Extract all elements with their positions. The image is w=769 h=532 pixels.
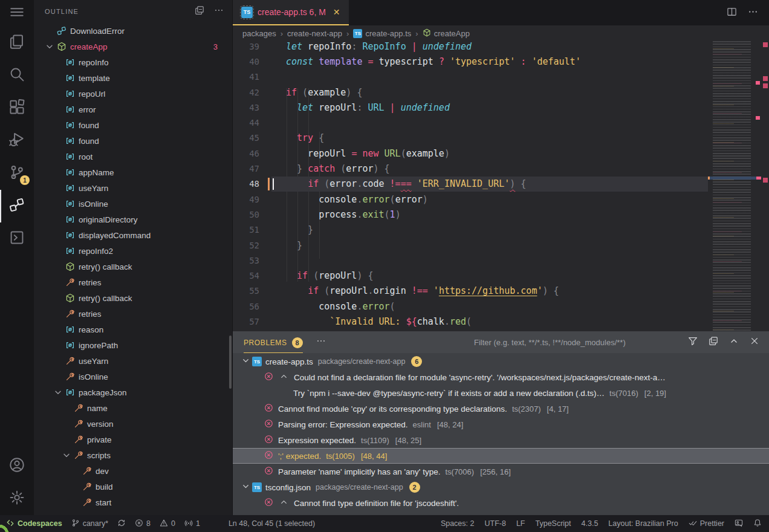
breadcrumb-item-create-next-app[interactable]: create-next-app [287,29,342,38]
code-line-40[interactable]: 40const template = typescript ? 'typescr… [233,54,708,69]
status-ln-48-col-45-1-selected-[interactable]: Ln 48, Col 45 (1 selected) [229,519,315,528]
activity-item-menu[interactable] [0,0,34,27]
breadcrumb-item-createapp[interactable]: createApp [423,28,470,39]
outline-item-reason[interactable]: reason [34,322,232,337]
code-line-48[interactable]: 48 if (error.code !=== 'ERR_INVALID_URL'… [233,177,708,192]
code-line-46[interactable]: 46 repoUrl = new URL(example) [233,146,708,161]
collapse-all-icon[interactable] [195,5,204,18]
problems-filter-input[interactable] [474,338,673,347]
status-bell-icon[interactable] [753,519,762,529]
problems-error-row[interactable]: Could not find a declaration file for mo… [233,369,769,385]
sidebar-scrollbar[interactable] [229,336,232,389]
outline-item-build[interactable]: build [34,479,232,495]
problems-file-create-app-ts[interactable]: TScreate-app.tspackages/create-next-app6 [233,354,769,369]
tab-problems[interactable]: PROBLEMS 8 [244,331,303,353]
code-line-57[interactable]: 57 `Invalid URL: ${chalk.red( [233,314,708,329]
problems-error-row[interactable]: Parsing error: Expression expected.eslin… [233,417,769,432]
outline-item-dev[interactable]: dev [34,463,232,479]
status-canary-[interactable]: canary* [71,519,108,529]
problems-file-tsconfig-json[interactable]: TStsconfig.jsonpackages/create-next-app2 [233,479,769,495]
code-editor[interactable]: 39let repoInfo: RepoInfo | undefined40co… [233,41,769,331]
status-typescript[interactable]: TypeScript [535,519,571,528]
code-line-49[interactable]: 49 console.error(error) [233,192,708,207]
status-4-3-5[interactable]: 4.3.5 [582,519,599,528]
outline-item-originaldirectory[interactable]: originalDirectory [34,212,232,227]
outline-item-useyarn[interactable]: useYarn [34,180,232,196]
activity-item-outline-references[interactable] [0,190,34,222]
outline-item-found[interactable]: found [34,117,232,133]
status-1[interactable]: 1 [184,519,200,529]
outline-item-repoinfo[interactable]: repoInfo [34,54,232,70]
code-line-44[interactable]: 44 [233,115,708,130]
code-line-45[interactable]: 45 try { [233,131,708,146]
minimap[interactable] [708,41,761,331]
activity-item-explorer[interactable] [0,27,34,59]
tab-close-icon[interactable]: ✕ [333,7,340,17]
tab-create-app-ts[interactable]: TS create-app.ts 6, M ✕ [233,0,349,25]
problems-error-row[interactable]: Cannot find module 'cpy' or its correspo… [233,401,769,417]
code-line-39[interactable]: 39let repoInfo: RepoInfo | undefined [233,41,708,54]
close-panel-icon[interactable] [750,336,759,348]
status-prettier[interactable]: Prettier [689,519,724,529]
outline-item-useyarn[interactable]: useYarn [34,353,232,369]
problems-detail-row[interactable]: The file is in the program because: [233,511,769,515]
outline-item-retry-callback[interactable]: retry() callback [34,259,232,274]
problems-error-row[interactable]: Parameter 'name' implicitly has an 'any'… [233,464,769,479]
split-editor-icon[interactable] [727,7,737,19]
outline-item-retries[interactable]: retries [34,274,232,290]
code-line-54[interactable]: 54 if (repoUrl) { [233,268,708,283]
outline-item-retry-callback[interactable]: retry() callback [34,290,232,306]
problems-detail-row[interactable]: Try `npm i --save-dev @types/async-retry… [233,385,769,401]
activity-item-remote-explorer[interactable] [0,222,34,255]
outline-item-repourl[interactable]: repoUrl [34,86,232,102]
status-layout-brazilian-pro[interactable]: Layout: Brazilian Pro [608,519,678,528]
activity-item-source-control[interactable]: 1 [0,157,34,190]
outline-item-repoinfo2[interactable]: repoInfo2 [34,243,232,259]
status-spaces-2[interactable]: Spaces: 2 [441,519,475,528]
status-lf[interactable]: LF [516,519,525,528]
outline-item-version[interactable]: version [34,416,232,432]
outline-item-ignorepath[interactable]: ignorePath [34,337,232,353]
activity-item-account[interactable] [0,450,34,482]
code-line-52[interactable]: 52 } [233,238,708,253]
status-8[interactable]: 8 [135,519,151,529]
outline-item-packagejson[interactable]: packageJson [34,384,232,400]
editor-more-icon[interactable] [748,7,758,19]
status-sync-icon[interactable] [117,519,126,529]
activity-item-search[interactable] [0,59,34,92]
outline-item-root[interactable]: root [34,149,232,164]
more-actions-icon[interactable] [214,5,224,18]
code-line-43[interactable]: 43 let repoUrl: URL | undefined [233,100,708,115]
code-line-42[interactable]: 42if (example) { [233,85,708,100]
filter-icon[interactable] [688,336,698,348]
status-codespaces[interactable]: Codespaces [6,519,62,529]
activity-item-extensions[interactable] [0,92,34,125]
activity-item-run-debug[interactable] [0,125,34,157]
outline-item-retries[interactable]: retries [34,306,232,322]
code-line-41[interactable]: 41 [233,70,708,85]
maximize-panel-icon[interactable] [729,336,739,348]
outline-item-isonline[interactable]: isOnline [34,196,232,212]
panel-more-icon[interactable] [316,336,326,348]
code-line-51[interactable]: 51 } [233,222,708,238]
problems-error-row[interactable]: Cannot find type definition file for 'js… [233,495,769,511]
code-line-53[interactable]: 53 [233,253,708,268]
outline-item-appname[interactable]: appName [34,164,232,180]
open-in-editor-icon[interactable] [709,336,718,348]
outline-item-start[interactable]: start [34,495,232,510]
outline-item-name[interactable]: name [34,400,232,416]
outline-item-template[interactable]: template [34,70,232,86]
chevron-up-icon[interactable] [279,372,289,383]
outline-item-downloaderror[interactable]: DownloadError [34,23,232,39]
breadcrumb-item-create-app-ts[interactable]: TScreate-app.ts [353,29,411,38]
code-line-56[interactable]: 56 console.error( [233,299,708,314]
status-feedback-icon[interactable] [735,519,743,529]
activity-item-settings[interactable] [0,482,34,515]
outline-item-private[interactable]: private [34,432,232,447]
outline-item-displayedcommand[interactable]: displayedCommand [34,227,232,243]
outline-item-isonline[interactable]: isOnline [34,369,232,384]
code-line-55[interactable]: 55 if (repoUrl.origin !== 'https://githu… [233,284,708,299]
status-utf-8[interactable]: UTF-8 [484,519,505,528]
code-line-47[interactable]: 47 } catch (error) { [233,161,708,176]
status-0[interactable]: 0 [160,519,175,529]
